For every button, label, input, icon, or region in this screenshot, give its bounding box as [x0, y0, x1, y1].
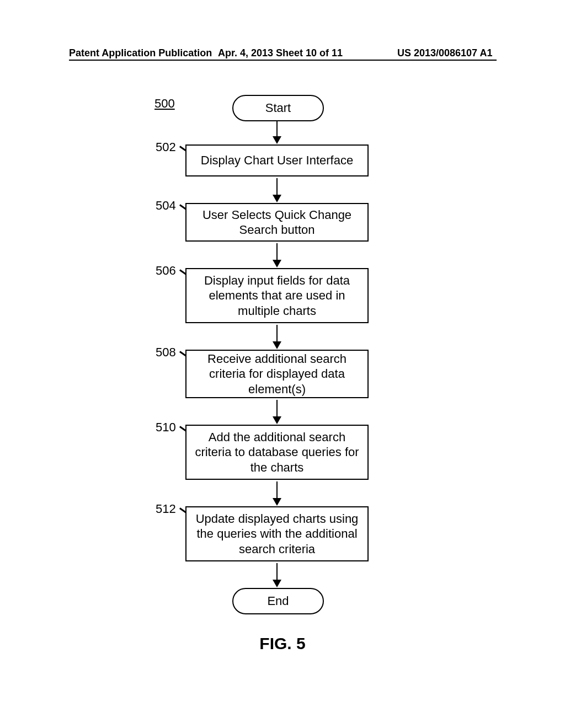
flow-start-label: Start	[265, 101, 291, 115]
flow-end-label: End	[267, 594, 289, 608]
step-box-502: Display Chart User Interface	[185, 144, 369, 176]
step-ref-508: 508	[156, 345, 176, 360]
flow-start-terminator: Start	[232, 95, 324, 121]
step-box-510: Add the additional search criteria to da…	[185, 425, 369, 480]
step-box-506: Display input fields for data elements t…	[185, 268, 369, 323]
step-text-504: User Selects Quick Change Search button	[190, 207, 364, 238]
step-box-512: Update displayed charts using the querie…	[185, 506, 369, 561]
step-ref-506: 506	[156, 264, 176, 278]
figure-caption: FIG. 5	[0, 634, 565, 653]
step-text-508: Receive additional search criteria for d…	[190, 351, 364, 397]
flow-end-terminator: End	[232, 588, 324, 614]
flow-reference-main: 500	[154, 97, 175, 111]
step-text-502: Display Chart User Interface	[201, 153, 353, 168]
header-right: US 2013/0086107 A1	[397, 47, 492, 59]
step-ref-512: 512	[156, 502, 176, 516]
step-box-508: Receive additional search criteria for d…	[185, 350, 369, 398]
step-text-506: Display input fields for data elements t…	[190, 273, 364, 319]
header-rule	[69, 60, 497, 61]
step-box-504: User Selects Quick Change Search button	[185, 203, 369, 242]
step-ref-504: 504	[156, 199, 176, 213]
step-ref-502: 502	[156, 140, 176, 154]
header-left: Patent Application Publication	[69, 47, 212, 59]
step-text-510: Add the additional search criteria to da…	[190, 430, 364, 475]
step-ref-510: 510	[156, 420, 176, 435]
header-center: Apr. 4, 2013 Sheet 10 of 11	[218, 47, 343, 59]
step-text-512: Update displayed charts using the querie…	[190, 511, 364, 557]
